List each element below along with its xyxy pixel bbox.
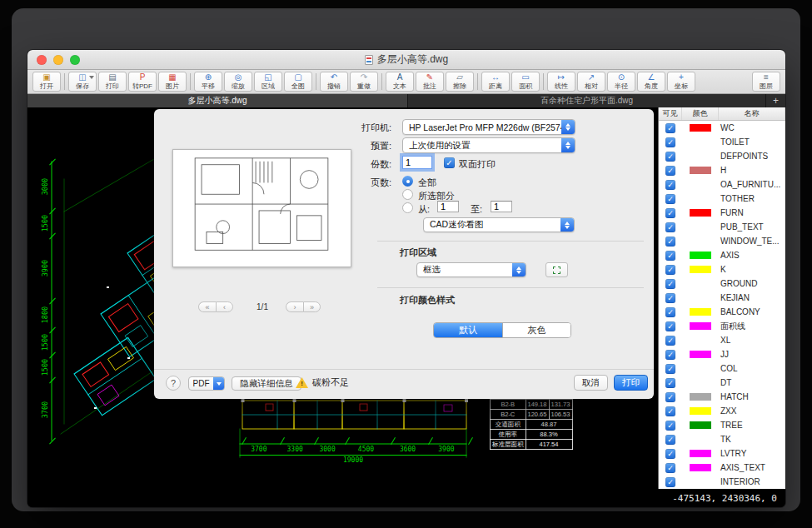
layer-visible-checkbox[interactable]: ✓ bbox=[665, 307, 675, 317]
print-area-mode-select[interactable]: 框选 bbox=[416, 262, 526, 277]
layer-row[interactable]: ✓JJ bbox=[659, 347, 785, 361]
last-page-button[interactable]: » bbox=[303, 301, 321, 312]
open-button[interactable]: ▣打开 bbox=[32, 72, 61, 92]
layer-row[interactable]: ✓WC bbox=[659, 121, 785, 135]
copies-input[interactable] bbox=[402, 156, 432, 169]
presets-select[interactable]: 上次使用的设置 bbox=[402, 137, 575, 153]
layer-row[interactable]: ✓INTERIOR bbox=[659, 475, 785, 489]
layer-row[interactable]: ✓ZXX bbox=[659, 404, 785, 418]
dim-coordinate-button[interactable]: +坐标 bbox=[667, 72, 695, 92]
pan-button[interactable]: ⊕平移 bbox=[194, 72, 222, 92]
layer-visible-checkbox[interactable]: ✓ bbox=[665, 449, 675, 459]
dialog-pane-select[interactable]: CAD迷你看图 bbox=[423, 217, 575, 232]
pdf-menu-button[interactable]: PDF bbox=[188, 376, 225, 391]
close-button[interactable] bbox=[37, 55, 47, 65]
dim-radius-button[interactable]: ⊙半径 bbox=[607, 72, 635, 92]
drawing-canvas[interactable]: 3000150039001800150015003700 37003300300… bbox=[27, 107, 658, 489]
document-tab[interactable]: 多层小高等.dwg bbox=[27, 94, 408, 107]
layer-row[interactable]: ✓BALCONY bbox=[659, 305, 785, 319]
layer-visible-checkbox[interactable]: ✓ bbox=[665, 265, 675, 275]
undo-button[interactable]: ↶撤销 bbox=[320, 72, 348, 92]
layer-row[interactable]: ✓面积线 bbox=[659, 319, 785, 333]
next-page-button[interactable]: › bbox=[286, 301, 303, 312]
zoom-window-button[interactable] bbox=[70, 55, 80, 65]
print-button[interactable]: 打印 bbox=[614, 375, 648, 391]
text-button[interactable]: A文本 bbox=[386, 72, 414, 92]
layer-row[interactable]: ✓HATCH bbox=[659, 390, 785, 404]
distance-button[interactable]: ↔距离 bbox=[481, 72, 510, 92]
print-button[interactable]: ▤打印 bbox=[98, 72, 127, 92]
layer-visible-checkbox[interactable]: ✓ bbox=[665, 152, 675, 162]
redo-button[interactable]: ↷重做 bbox=[350, 72, 378, 92]
pages-all-radio[interactable] bbox=[402, 176, 413, 187]
layer-visible-checkbox[interactable]: ✓ bbox=[665, 336, 675, 346]
layer-row[interactable]: ✓TOILET bbox=[659, 135, 785, 149]
layer-row[interactable]: ✓AXIS bbox=[659, 248, 785, 262]
dim-angle-button[interactable]: ∠角度 bbox=[637, 72, 665, 92]
layer-row[interactable]: ✓PUB_TEXT bbox=[659, 220, 785, 234]
layer-visible-checkbox[interactable]: ✓ bbox=[665, 364, 675, 374]
layer-row[interactable]: ✓COL bbox=[659, 361, 785, 376]
layer-row[interactable]: ✓DEFPOINTS bbox=[659, 149, 785, 163]
layer-row[interactable]: ✓K bbox=[659, 262, 785, 276]
layer-visible-checkbox[interactable]: ✓ bbox=[665, 123, 675, 133]
layer-row[interactable]: ✓FURN bbox=[659, 206, 785, 220]
first-page-button[interactable]: « bbox=[198, 301, 216, 312]
to-pdf-button[interactable]: P转PDF bbox=[128, 72, 157, 92]
zoom-button[interactable]: ◎缩放 bbox=[224, 72, 252, 92]
layer-visible-checkbox[interactable]: ✓ bbox=[665, 237, 675, 247]
zoom-window-button[interactable]: ◱区域 bbox=[254, 72, 282, 92]
layer-row[interactable]: ✓LVTRY bbox=[659, 446, 785, 461]
layer-visible-checkbox[interactable]: ✓ bbox=[665, 194, 675, 204]
two-sided-checkbox[interactable]: ✓ bbox=[444, 157, 455, 168]
image-button[interactable]: ▦图片 bbox=[158, 72, 187, 92]
layer-row[interactable]: ✓KEJIAN bbox=[659, 291, 785, 305]
pages-range-radio[interactable] bbox=[402, 202, 413, 213]
pages-to-input[interactable] bbox=[491, 201, 512, 212]
dim-relative-button[interactable]: ↗相对 bbox=[577, 72, 605, 92]
cancel-button[interactable]: 取消 bbox=[574, 375, 608, 391]
layer-visible-checkbox[interactable]: ✓ bbox=[665, 222, 675, 232]
area-button[interactable]: ▭面积 bbox=[511, 72, 540, 92]
erase-button[interactable]: ▱擦除 bbox=[446, 72, 474, 92]
layer-visible-checkbox[interactable]: ✓ bbox=[665, 251, 675, 261]
layer-visible-checkbox[interactable]: ✓ bbox=[665, 435, 675, 445]
layer-row[interactable]: ✓TK bbox=[659, 432, 785, 446]
layer-visible-checkbox[interactable]: ✓ bbox=[665, 392, 675, 402]
hide-details-button[interactable]: 隐藏详细信息 bbox=[232, 376, 301, 391]
layer-visible-checkbox[interactable]: ✓ bbox=[665, 293, 675, 303]
layer-visible-checkbox[interactable]: ✓ bbox=[665, 421, 675, 431]
layer-visible-checkbox[interactable]: ✓ bbox=[665, 180, 675, 190]
layer-visible-checkbox[interactable]: ✓ bbox=[665, 321, 675, 331]
layer-visible-checkbox[interactable]: ✓ bbox=[665, 406, 675, 416]
layer-visible-checkbox[interactable]: ✓ bbox=[665, 350, 675, 360]
layer-row[interactable]: ✓AXIS_TEXT bbox=[659, 461, 785, 475]
layer-row[interactable]: ✓H bbox=[659, 163, 785, 177]
help-button[interactable]: ? bbox=[166, 376, 181, 391]
new-tab-button[interactable]: + bbox=[766, 94, 785, 107]
dim-linear-button[interactable]: ↦线性 bbox=[547, 72, 575, 92]
layer-row[interactable]: ✓GROUND bbox=[659, 276, 785, 291]
pick-area-button[interactable] bbox=[545, 262, 568, 277]
layers-button[interactable]: ≡图层 bbox=[752, 72, 780, 92]
zoom-extents-button[interactable]: ▢全图 bbox=[284, 72, 312, 92]
annotate-button[interactable]: ✎批注 bbox=[416, 72, 444, 92]
layer-row[interactable]: ✓WINDOW_TE... bbox=[659, 234, 785, 248]
layer-visible-checkbox[interactable]: ✓ bbox=[665, 208, 675, 218]
layer-row[interactable]: ✓XL bbox=[659, 333, 785, 347]
printer-select[interactable]: HP LaserJet Pro MFP M226dw (BF2574) bbox=[402, 119, 575, 135]
layer-row[interactable]: ✓TOTHER bbox=[659, 192, 785, 206]
document-tab[interactable]: 百余种住宅户形平面.dwg bbox=[408, 94, 766, 107]
color-style-option[interactable]: 默认 bbox=[434, 323, 502, 337]
save-button[interactable]: ◫保存 bbox=[68, 72, 97, 92]
layer-row[interactable]: ✓OA_FURNITU... bbox=[659, 177, 785, 192]
pages-selection-radio[interactable] bbox=[402, 189, 413, 200]
pages-from-input[interactable] bbox=[437, 201, 459, 212]
prev-page-button[interactable]: ‹ bbox=[216, 301, 233, 312]
layer-row[interactable]: ✓DT bbox=[659, 376, 785, 390]
layer-visible-checkbox[interactable]: ✓ bbox=[665, 477, 675, 487]
layer-visible-checkbox[interactable]: ✓ bbox=[665, 166, 675, 176]
layer-visible-checkbox[interactable]: ✓ bbox=[665, 463, 675, 473]
layer-visible-checkbox[interactable]: ✓ bbox=[665, 279, 675, 289]
minimize-button[interactable] bbox=[53, 55, 63, 65]
